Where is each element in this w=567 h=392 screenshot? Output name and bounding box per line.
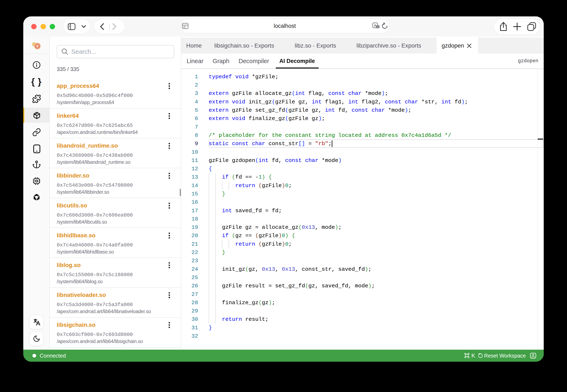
svg-text:x: x: [377, 26, 378, 28]
